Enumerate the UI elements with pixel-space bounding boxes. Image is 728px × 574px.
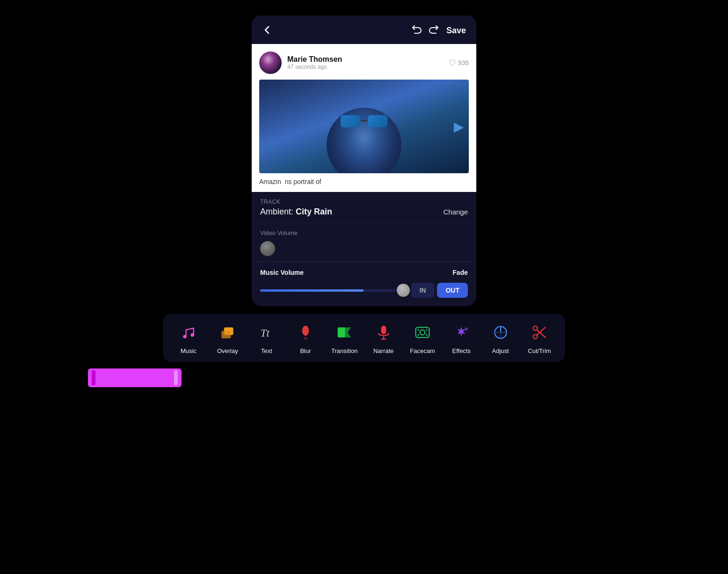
- video-volume-label: Video Volume: [260, 229, 468, 236]
- fade-label: Fade: [452, 269, 468, 276]
- svg-point-17: [426, 334, 428, 336]
- post-time: 47 seconds ago: [287, 64, 443, 70]
- like-count: 936: [449, 59, 469, 66]
- slider-row: IN OUT: [260, 283, 468, 298]
- bottom-toolbar: Music Overlay Tt Text: [163, 314, 565, 362]
- fade-out-button[interactable]: OUT: [437, 283, 468, 298]
- track-info: Ambient: City Rain Change: [260, 207, 468, 217]
- back-button[interactable]: [262, 25, 272, 37]
- caption-start: Amazin: [259, 178, 281, 185]
- change-track-button[interactable]: Change: [443, 208, 468, 216]
- svg-point-0: [183, 335, 186, 338]
- preview-area: Marie Thomsen 47 seconds ago 936: [252, 44, 476, 192]
- save-button[interactable]: Save: [446, 26, 466, 36]
- svg-text:Tt: Tt: [260, 327, 269, 339]
- slider-track: [260, 289, 403, 292]
- track-name: Ambient: City Rain: [260, 207, 332, 217]
- effects-icon: [450, 321, 473, 344]
- narrate-icon: [372, 321, 395, 344]
- narrate-label: Narrate: [373, 347, 393, 354]
- video-thumbnail: ▶: [259, 80, 469, 173]
- toolbar-item-text[interactable]: Tt Text: [250, 321, 283, 354]
- svg-point-7: [303, 337, 307, 339]
- cuttrim-label: Cut/Trim: [528, 347, 551, 354]
- user-name: Marie Thomsen: [287, 55, 443, 64]
- undo-button[interactable]: [411, 24, 422, 37]
- blur-icon: [294, 321, 317, 344]
- toolbar-item-adjust[interactable]: Adjust: [484, 321, 517, 354]
- like-number: 936: [458, 59, 469, 66]
- music-label: Music: [181, 347, 197, 354]
- editor-header: Save: [252, 15, 476, 44]
- transition-label: Transition: [331, 347, 358, 354]
- text-label: Text: [261, 347, 272, 354]
- blur-label: Blur: [300, 347, 311, 354]
- play-indicator: ▶: [454, 119, 464, 134]
- app-container: Save Marie Thomsen 47 seconds ago 936: [153, 15, 575, 559]
- music-volume-header: Music Volume Fade: [260, 269, 468, 276]
- avatar: [259, 52, 282, 74]
- toolbar-item-narrate[interactable]: Narrate: [367, 321, 400, 354]
- svg-point-13: [420, 330, 425, 335]
- caption-end: ns portrait of: [285, 178, 321, 185]
- adjust-label: Adjust: [492, 347, 509, 354]
- toolbar-item-music[interactable]: Music: [172, 321, 205, 354]
- adjust-icon: [489, 321, 512, 344]
- fade-in-button[interactable]: IN: [411, 283, 434, 298]
- overlay-icon: [216, 321, 239, 344]
- fade-buttons: IN OUT: [411, 283, 468, 298]
- svg-point-6: [302, 326, 309, 336]
- music-volume-label: Music Volume: [260, 269, 304, 276]
- facecam-label: Facecam: [410, 347, 435, 354]
- track-prefix: Ambient:: [260, 207, 296, 216]
- toolbar-item-facecam[interactable]: Facecam: [406, 321, 439, 354]
- toolbar-item-overlay[interactable]: Overlay: [211, 321, 244, 354]
- toolbar-item-blur[interactable]: Blur: [289, 321, 322, 354]
- user-info: Marie Thomsen 47 seconds ago: [287, 55, 443, 70]
- cuttrim-icon: [528, 321, 551, 344]
- timeline-handle-right[interactable]: [174, 370, 178, 385]
- timeline-bar[interactable]: [88, 368, 182, 387]
- toolbar-item-effects[interactable]: Effects: [445, 321, 478, 354]
- track-label: Track: [260, 199, 468, 205]
- redo-button[interactable]: [429, 24, 440, 37]
- overlay-label: Overlay: [217, 347, 238, 354]
- header-left: [262, 25, 272, 37]
- post-caption: Amazin ns portrait of: [259, 173, 469, 187]
- svg-rect-9: [381, 326, 386, 334]
- music-volume-slider[interactable]: [260, 284, 403, 297]
- timeline-handle-left[interactable]: [92, 370, 95, 385]
- sunglasses-overlay: [341, 115, 387, 128]
- svg-point-14: [417, 329, 419, 331]
- svg-rect-8: [338, 327, 345, 338]
- music-icon: [177, 321, 200, 344]
- svg-point-15: [426, 329, 428, 331]
- text-icon: Tt: [255, 321, 278, 344]
- effects-label: Effects: [452, 347, 471, 354]
- toolbar-item-cuttrim[interactable]: Cut/Trim: [523, 321, 556, 354]
- svg-point-1: [191, 333, 194, 337]
- slider-fill: [260, 289, 364, 292]
- toolbar-item-transition[interactable]: Transition: [328, 321, 361, 354]
- slider-thumb[interactable]: [397, 284, 410, 297]
- video-volume-knob[interactable]: [260, 241, 275, 256]
- music-volume-section: Music Volume Fade IN OUT: [252, 262, 476, 306]
- facecam-icon: [411, 321, 434, 344]
- transition-icon: [333, 321, 356, 344]
- svg-point-16: [417, 334, 419, 336]
- video-volume-section: Video Volume: [252, 223, 476, 262]
- track-name-bold: City Rain: [296, 207, 332, 216]
- track-section: Track Ambient: City Rain Change: [252, 192, 476, 223]
- social-post-header: Marie Thomsen 47 seconds ago 936: [259, 52, 469, 74]
- svg-rect-12: [416, 327, 430, 338]
- header-controls: Save: [411, 24, 466, 37]
- editor-panel: Save Marie Thomsen 47 seconds ago 936: [252, 15, 476, 306]
- svg-rect-4: [222, 331, 231, 338]
